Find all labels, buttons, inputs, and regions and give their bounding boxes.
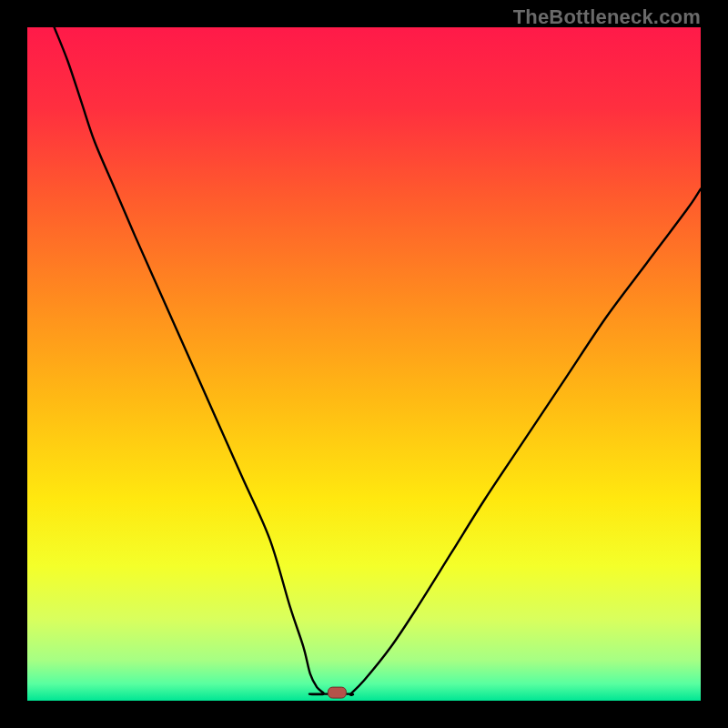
watermark-label: TheBottleneck.com: [513, 5, 701, 29]
bottleneck-chart-svg: [27, 27, 701, 701]
plot-area: [27, 27, 701, 701]
gradient-background: [27, 27, 701, 701]
current-config-marker: [328, 687, 346, 698]
chart-frame: TheBottleneck.com: [0, 0, 728, 728]
